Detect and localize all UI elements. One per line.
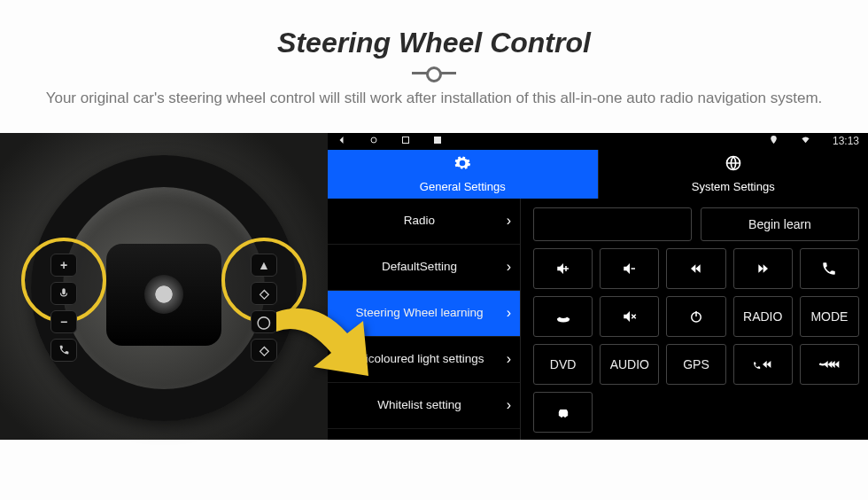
page-subtitle: Your original car's steering wheel contr…	[35, 87, 833, 110]
wheel-btn-up: ▲	[251, 254, 277, 277]
begin-learn-button[interactable]: Begin learn	[701, 207, 859, 241]
swc-empty-slot	[800, 392, 859, 433]
steering-learn-panel: Begin learn	[521, 199, 868, 440]
svg-rect-2	[434, 137, 441, 144]
device-row: + − ▲ ◇ ◯ ◇	[0, 133, 868, 440]
svg-point-0	[371, 137, 376, 143]
swc-phone-next-button[interactable]	[800, 344, 859, 385]
status-time: 13:13	[833, 135, 859, 147]
swc-audio-button[interactable]: AUDIO	[600, 344, 659, 385]
home-nav-icon[interactable]	[368, 135, 379, 148]
steering-wheel-photo: + − ▲ ◇ ◯ ◇	[0, 133, 328, 440]
settings-tabs: General Settings System Settings	[328, 150, 868, 199]
chevron-right-icon: ›	[507, 350, 511, 367]
recent-nav-icon[interactable]	[400, 135, 411, 148]
wheel-btn-voice	[50, 282, 77, 305]
globe-icon	[725, 154, 742, 176]
swc-empty-slot	[666, 392, 725, 433]
wheel-btn-volume-up: +	[50, 254, 77, 277]
wheel-btn-phone	[50, 339, 77, 362]
head-unit-screen: 13:13 General Settings System Settings R…	[328, 133, 868, 440]
swc-volume-down-button[interactable]	[600, 248, 659, 289]
swc-car-button[interactable]	[533, 392, 593, 433]
wheel-hub	[106, 244, 221, 346]
swc-phone-prev-button[interactable]	[733, 344, 793, 385]
page-title: Steering Wheel Control	[0, 27, 868, 59]
sidebar-item-radio[interactable]: Radio ›	[328, 199, 520, 245]
swc-prev-track-button[interactable]	[666, 248, 725, 289]
swc-next-track-button[interactable]	[733, 248, 793, 289]
back-nav-icon[interactable]	[337, 135, 347, 148]
swc-radio-button[interactable]: RADIO	[733, 296, 793, 337]
location-icon	[769, 135, 779, 147]
wheel-left-buttons: + −	[21, 238, 106, 323]
swc-mode-button[interactable]: MODE	[800, 296, 859, 337]
chevron-right-icon: ›	[507, 304, 511, 321]
swc-empty-slot	[733, 392, 793, 433]
tab-label: General Settings	[420, 180, 506, 193]
tab-system-settings[interactable]: System Settings	[599, 150, 869, 199]
swc-volume-up-button[interactable]	[533, 248, 593, 289]
wifi-icon	[800, 135, 811, 147]
swc-empty-slot	[600, 392, 659, 433]
chevron-right-icon: ›	[507, 212, 511, 229]
swc-gps-button[interactable]: GPS	[666, 344, 725, 385]
wheel-btn-volume-down: −	[50, 310, 77, 333]
swc-mute-button[interactable]	[600, 296, 659, 337]
tab-label: System Settings	[692, 180, 775, 193]
swc-power-button[interactable]	[666, 296, 725, 337]
title-divider	[412, 72, 456, 74]
learn-status-slot	[533, 207, 692, 241]
sidebar-item-label: Radio	[404, 214, 435, 228]
swc-dvd-button[interactable]: DVD	[533, 344, 593, 385]
chevron-right-icon: ›	[507, 396, 511, 413]
screenshot-nav-icon[interactable]	[432, 135, 443, 148]
sidebar-item-label: DefaultSetting	[382, 260, 457, 274]
android-status-bar: 13:13	[328, 133, 868, 150]
arrow-callout-icon	[267, 294, 383, 410]
chevron-right-icon: ›	[507, 258, 511, 275]
swc-phone-answer-button[interactable]	[800, 248, 859, 289]
sidebar-item-default-setting[interactable]: DefaultSetting ›	[328, 245, 520, 291]
gear-icon	[453, 154, 471, 176]
swc-phone-hangup-button[interactable]	[533, 296, 593, 337]
sidebar-item-label: Whitelist setting	[377, 398, 461, 412]
tab-general-settings[interactable]: General Settings	[328, 150, 598, 199]
svg-rect-1	[403, 137, 409, 143]
